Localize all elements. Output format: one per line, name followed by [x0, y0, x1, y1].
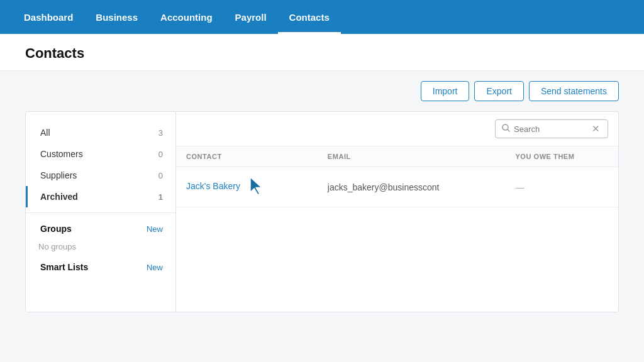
page-title: Contacts — [25, 45, 619, 62]
sidebar-item-all[interactable]: All 3 — [26, 122, 175, 143]
action-bar: Import Export Send statements — [0, 71, 644, 111]
search-clear-icon[interactable]: ✕ — [592, 123, 600, 134]
main-content: All 3 Customers 0 Suppliers 0 Archived 1… — [0, 111, 644, 337]
nav-item-dashboard[interactable]: Dashboard — [13, 0, 84, 34]
nav-item-payroll[interactable]: Payroll — [224, 0, 278, 34]
import-button[interactable]: Import — [421, 81, 470, 101]
search-icon — [502, 124, 510, 134]
page-header: Contacts — [0, 34, 644, 71]
cursor-indicator — [248, 176, 265, 198]
top-nav: Dashboard Business Accounting Payroll Co… — [0, 0, 644, 34]
sidebar-item-smart-lists[interactable]: Smart Lists New — [26, 256, 175, 278]
svg-line-1 — [508, 129, 509, 131]
sidebar-smart-lists-title: Smart Lists — [40, 262, 88, 272]
sidebar-groups-title: Groups — [40, 224, 72, 234]
sidebar-item-suppliers-count: 0 — [158, 171, 163, 180]
table-toolbar: ✕ — [176, 112, 618, 146]
svg-marker-2 — [250, 177, 262, 195]
nav-item-business[interactable]: Business — [84, 0, 149, 34]
sidebar-item-customers-count: 0 — [158, 150, 163, 159]
sidebar-item-archived-count: 1 — [158, 192, 163, 202]
email-value: jacks_bakery@businesscont — [328, 182, 440, 192]
you-owe-them-cell: — — [505, 167, 618, 207]
you-owe-them-value: — — [515, 182, 524, 192]
sidebar-divider — [26, 212, 175, 213]
contact-link[interactable]: Jack's Bakery — [186, 181, 240, 191]
col-contact: CONTACT — [176, 146, 318, 167]
table-header: CONTACT EMAIL YOU OWE THEM — [176, 146, 618, 167]
table-row: Jack's Bakery jacks_bakery@businesscont … — [176, 167, 618, 207]
sidebar-item-archived[interactable]: Archived 1 — [26, 186, 175, 207]
sidebar-item-customers[interactable]: Customers 0 — [26, 143, 175, 165]
sidebar-item-suppliers-label: Suppliers — [40, 170, 77, 180]
col-you-owe-them: YOU OWE THEM — [505, 146, 618, 167]
table-body: Jack's Bakery jacks_bakery@businesscont … — [176, 167, 618, 207]
nav-item-contacts[interactable]: Contacts — [278, 0, 341, 34]
sidebar-item-customers-label: Customers — [40, 149, 83, 159]
sidebar: All 3 Customers 0 Suppliers 0 Archived 1… — [25, 111, 176, 312]
sidebar-item-all-count: 3 — [158, 128, 163, 138]
email-cell: jacks_bakery@businesscont — [318, 167, 506, 207]
contacts-table: CONTACT EMAIL YOU OWE THEM Jack's Bakery — [176, 146, 618, 207]
table-area: ✕ CONTACT EMAIL YOU OWE THEM Jack's Bake… — [176, 111, 619, 312]
search-input[interactable] — [514, 124, 589, 134]
sidebar-no-groups: No groups — [26, 239, 175, 256]
sidebar-groups-new[interactable]: New — [147, 224, 163, 234]
nav-item-accounting[interactable]: Accounting — [149, 0, 224, 34]
search-box[interactable]: ✕ — [495, 119, 608, 138]
send-statements-button[interactable]: Send statements — [529, 81, 619, 101]
sidebar-item-archived-label: Archived — [40, 192, 78, 202]
col-email: EMAIL — [318, 146, 506, 167]
export-button[interactable]: Export — [474, 81, 523, 101]
sidebar-item-suppliers[interactable]: Suppliers 0 — [26, 165, 175, 186]
sidebar-item-groups[interactable]: Groups New — [26, 218, 175, 239]
sidebar-smart-lists-new[interactable]: New — [147, 263, 163, 272]
contact-cell: Jack's Bakery — [176, 167, 318, 207]
sidebar-item-all-label: All — [40, 128, 50, 138]
